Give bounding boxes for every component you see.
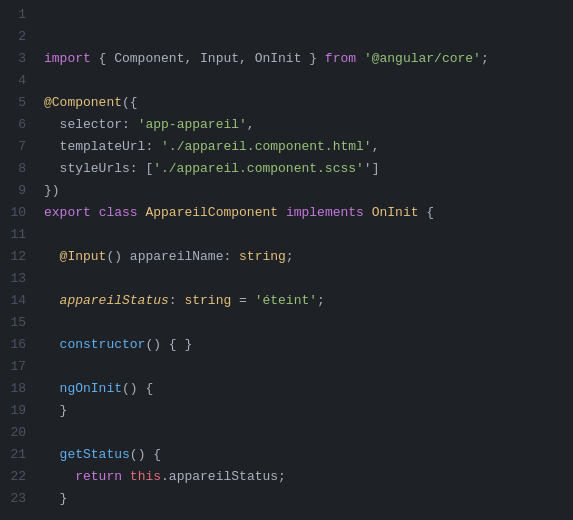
- line-number: 9: [0, 180, 26, 202]
- code-line: @Input() appareilName: string;: [44, 246, 565, 268]
- code-line: [44, 510, 565, 520]
- code-line: styleUrls: ['./appareil.component.scss''…: [44, 158, 565, 180]
- line-numbers: 1234567891011121314151617181920212223: [0, 0, 36, 520]
- line-number: 23: [0, 488, 26, 510]
- code-line: appareilStatus: string = 'éteint';: [44, 290, 565, 312]
- line-number: 16: [0, 334, 26, 356]
- line-number: 15: [0, 312, 26, 334]
- code-line: getStatus() {: [44, 444, 565, 466]
- code-line: constructor() { }: [44, 334, 565, 356]
- line-number: 12: [0, 246, 26, 268]
- code-line: [44, 356, 565, 378]
- code-line: return this.appareilStatus;: [44, 466, 565, 488]
- line-number: 18: [0, 378, 26, 400]
- code-line: export class AppareilComponent implement…: [44, 202, 565, 224]
- line-number: 13: [0, 268, 26, 290]
- line-number: 21: [0, 444, 26, 466]
- line-number: 19: [0, 400, 26, 422]
- line-number: 6: [0, 114, 26, 136]
- line-number: 5: [0, 92, 26, 114]
- code-content[interactable]: import { Component, Input, OnInit } from…: [36, 0, 573, 520]
- line-number: 4: [0, 70, 26, 92]
- line-number: 10: [0, 202, 26, 224]
- line-number: 8: [0, 158, 26, 180]
- line-number: 3: [0, 48, 26, 70]
- code-line: templateUrl: './appareil.component.html'…: [44, 136, 565, 158]
- line-number: 7: [0, 136, 26, 158]
- line-number: 20: [0, 422, 26, 444]
- code-line: @Component({: [44, 92, 565, 114]
- code-line: [44, 224, 565, 246]
- code-line: }: [44, 400, 565, 422]
- line-number: 14: [0, 290, 26, 312]
- line-number: 1: [0, 4, 26, 26]
- line-number: 2: [0, 26, 26, 48]
- code-line: }): [44, 180, 565, 202]
- code-line: [44, 70, 565, 92]
- code-editor: 1234567891011121314151617181920212223 im…: [0, 0, 573, 520]
- code-line: [44, 422, 565, 444]
- code-line: [44, 268, 565, 290]
- code-line: }: [44, 488, 565, 510]
- line-number: 17: [0, 356, 26, 378]
- code-line: [44, 312, 565, 334]
- line-number: 11: [0, 224, 26, 246]
- line-number: 22: [0, 466, 26, 488]
- code-line: import { Component, Input, OnInit } from…: [44, 48, 565, 70]
- code-line: selector: 'app-appareil',: [44, 114, 565, 136]
- code-line: ngOnInit() {: [44, 378, 565, 400]
